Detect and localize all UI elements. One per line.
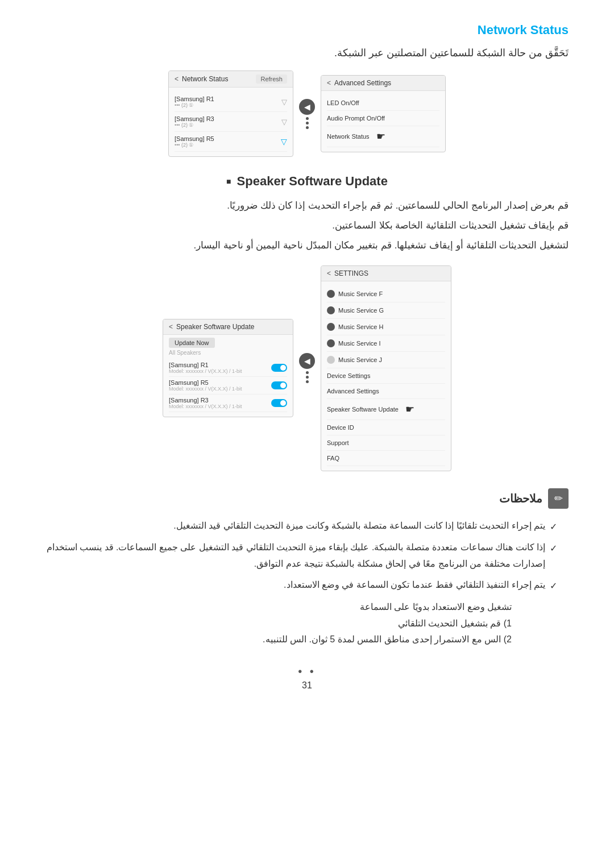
speaker-line-1: قم بعرض إصدار البرنامج الحالي للسماعتين.…	[34, 198, 569, 214]
faq-item[interactable]: FAQ	[327, 451, 445, 466]
note-item-2: ✓ إذا كانت هناك سماعات متعددة متصلة بالش…	[34, 539, 557, 572]
audio-prompt-item[interactable]: Audio Prompt On/Off	[327, 111, 439, 126]
network-arrow-area: ◀	[299, 99, 315, 129]
led-onoff-item[interactable]: LED On/Off	[327, 95, 439, 111]
settings-header: < SETTINGS	[321, 266, 451, 281]
notes-header: ملاحظات ✏	[34, 488, 580, 509]
speaker-dot-1	[306, 371, 309, 374]
note-text-2: إذا كانت هناك سماعات متعددة متصلة بالشبك…	[34, 539, 545, 572]
toggle-r1[interactable]	[271, 364, 287, 372]
device-r5-name: [Samsung] R5	[175, 135, 214, 142]
device-id-item[interactable]: Device ID	[327, 420, 445, 435]
faq-label: FAQ	[327, 455, 339, 462]
device-settings-label: Device Settings	[327, 372, 370, 379]
network-right-header: < Advanced Settings	[321, 76, 445, 91]
update-r1-sub: Model: xxxxxxx / V(X.X.X) / 1-bit	[169, 368, 242, 374]
device-row-r5: [Samsung] R5 ••• (2) ① ▽	[175, 132, 287, 152]
device-r1-sub: ••• (2) ①	[175, 102, 214, 108]
speaker-sw-update-label: Speaker Software Update	[327, 406, 399, 413]
speaker-dot-3	[306, 380, 309, 383]
dot-3	[306, 126, 309, 129]
network-left-title: Network Status	[182, 75, 228, 83]
toggle-r5[interactable]	[271, 381, 287, 389]
device-r5-sub: ••• (2) ①	[175, 142, 214, 148]
wifi-icon-r1: ▽	[281, 98, 287, 106]
numbered-note-1: 1) قم بتشغيل التحديث التلقائي	[34, 616, 512, 632]
music-g-item[interactable]: Music Service G	[327, 302, 445, 319]
note-text-1: يتم إجراء التحديث تلقائيًا إذا كانت السم…	[34, 518, 545, 534]
settings-back-arrow[interactable]: <	[327, 269, 331, 277]
speaker-left-arrow-btn[interactable]: ◀	[299, 353, 315, 369]
network-left-body: [Samsung] R1 ••• (2) ① ▽ [Samsung] R3 ••…	[169, 88, 293, 156]
speaker-arrow-area: ◀	[299, 353, 315, 383]
checkmark-3: ✓	[550, 578, 557, 595]
speaker-line-3: لتشغيل التحديثات التلقائية أو إيقاف تشغي…	[34, 238, 569, 254]
numbered-note-2: 2) الس مع الاستمرار إحدى مناطق اللمس لمد…	[34, 632, 512, 648]
music-i-item[interactable]: Music Service I	[327, 335, 445, 352]
device-settings-item[interactable]: Device Settings	[327, 368, 445, 384]
advanced-settings-label: Advanced Settings	[327, 388, 379, 394]
device-row-r1: [Samsung] R1 ••• (2) ① ▽	[175, 92, 287, 112]
music-i-label: Music Service I	[338, 340, 381, 347]
note-text-3: يتم إجراء التنفيذ التلقائي فقط عندما تكو…	[34, 577, 545, 593]
wifi-icon-r5-blue: ▽	[281, 137, 287, 146]
update-r1-name: [Samsung] R1	[169, 362, 242, 368]
speaker-update-screen-title: Speaker Software Update	[176, 323, 254, 331]
circle-f	[327, 290, 335, 298]
settings-body: Music Service F Music Service G Music Se…	[321, 281, 451, 471]
settings-screen-title: SETTINGS	[334, 269, 368, 277]
section-speaker: Speaker Software Update قم بعرض إصدار ال…	[34, 174, 580, 471]
advanced-settings-body: LED On/Off Audio Prompt On/Off Network S…	[321, 91, 445, 152]
music-g-label: Music Service G	[338, 307, 384, 314]
speaker-line-2: قم بإيقاف تشغيل التحديثات التلقائية الخا…	[34, 218, 569, 234]
checkmark-1: ✓	[550, 519, 557, 535]
network-status-subtitle: تَحَقَّق من حالة الشبكة للسماعتين المتصل…	[34, 47, 580, 59]
update-r3-row: [Samsung] R3 Model: xxxxxxx / V(X.X.X) /…	[169, 394, 287, 412]
page-container: Network Status تَحَقَّق من حالة الشبكة ل…	[0, 0, 614, 725]
notes-title: ملاحظات	[499, 492, 542, 505]
page-footer: • • 31	[34, 665, 580, 702]
right-back-arrow[interactable]: <	[327, 79, 331, 87]
numbered-notes: تشغيل وضع الاستعداد بدويًا على السماعة 1…	[34, 599, 557, 648]
speaker-sw-update-item[interactable]: Speaker Software Update ☛	[327, 399, 445, 420]
network-status-item[interactable]: Network Status ☛	[327, 126, 439, 147]
network-mockup-pair: < Network Status Refresh [Samsung] R1 ••…	[34, 70, 580, 157]
back-arrow-icon[interactable]: <	[175, 75, 179, 83]
music-h-item[interactable]: Music Service H	[327, 319, 445, 335]
device-r1-name: [Samsung] R1	[175, 95, 214, 102]
update-r3-sub: Model: xxxxxxx / V(X.X.X) / 1-bit	[169, 404, 242, 409]
circle-j	[327, 356, 335, 364]
music-j-label: Music Service J	[338, 356, 382, 363]
page-dots: • •	[34, 665, 580, 678]
dot-2	[306, 122, 309, 124]
hand-cursor-speaker: ☛	[405, 403, 414, 416]
update-r5-row: [Samsung] R5 Model: xxxxxxx / V(X.X.X) /…	[169, 377, 287, 394]
device-r3-sub: ••• (2) ①	[175, 122, 214, 128]
support-item[interactable]: Support	[327, 435, 445, 451]
section-network: Network Status تَحَقَّق من حالة الشبكة ل…	[34, 23, 580, 157]
speaker-dot-2	[306, 376, 309, 379]
network-right-mockup: < Advanced Settings LED On/Off Audio Pro…	[321, 75, 446, 152]
note-item-3: ✓ يتم إجراء التنفيذ التلقائي فقط عندما ت…	[34, 577, 557, 595]
music-f-item[interactable]: Music Service F	[327, 286, 445, 302]
update-now-btn[interactable]: Update Now	[169, 339, 287, 346]
advanced-settings-title: Advanced Settings	[334, 79, 391, 87]
circle-i	[327, 339, 335, 347]
speaker-left-body: Update Now All Speakers [Samsung] R1 Mod…	[163, 335, 293, 417]
toggle-r3[interactable]	[271, 399, 287, 407]
page-number: 31	[34, 680, 580, 691]
music-f-label: Music Service F	[338, 290, 383, 297]
left-arrow-btn[interactable]: ◀	[299, 99, 315, 115]
update-r5-sub: Model: xxxxxxx / V(X.X.X) / 1-bit	[169, 386, 242, 392]
refresh-button[interactable]: Refresh	[256, 74, 287, 84]
speaker-mockup-pair: < Speaker Software Update Update Now All…	[34, 265, 580, 471]
advanced-settings-item[interactable]: Advanced Settings	[327, 384, 445, 399]
circle-g	[327, 306, 335, 314]
music-h-label: Music Service H	[338, 323, 383, 330]
support-label: Support	[327, 439, 349, 446]
note-item-1: ✓ يتم إجراء التحديث تلقائيًا إذا كانت ال…	[34, 518, 557, 535]
device-row-r3: [Samsung] R3 ••• (2) ① ▽	[175, 112, 287, 132]
music-j-item[interactable]: Music Service J	[327, 352, 445, 368]
update-r1-row: [Samsung] R1 Model: xxxxxxx / V(X.X.X) /…	[169, 359, 287, 377]
speaker-back-arrow[interactable]: <	[169, 323, 173, 331]
